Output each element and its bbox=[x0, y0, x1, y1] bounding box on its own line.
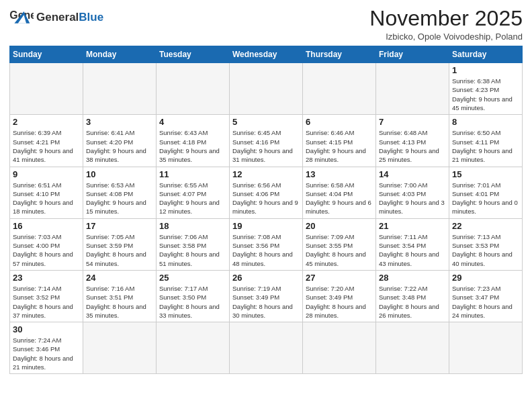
day-info: Sunrise: 6:55 AMSunset: 4:07 PMDaylight:… bbox=[159, 181, 226, 216]
day-number: 5 bbox=[232, 117, 300, 127]
day-number: 29 bbox=[452, 273, 519, 283]
day-info: Sunrise: 7:03 AMSunset: 4:00 PMDaylight:… bbox=[13, 232, 80, 268]
col-friday: Friday bbox=[376, 46, 449, 63]
day-info: Sunrise: 7:19 AMSunset: 3:49 PMDaylight:… bbox=[232, 284, 300, 320]
day-number: 12 bbox=[232, 169, 300, 179]
day-number: 23 bbox=[13, 273, 80, 283]
table-row: 29Sunrise: 7:23 AMSunset: 3:47 PMDayligh… bbox=[449, 270, 523, 322]
day-number: 19 bbox=[232, 221, 300, 231]
table-row: 30Sunrise: 7:24 AMSunset: 3:46 PMDayligh… bbox=[10, 322, 83, 374]
day-number: 24 bbox=[86, 273, 153, 283]
page: General GeneralBlue November 2025 Izbick… bbox=[0, 0, 532, 381]
day-info: Sunrise: 6:48 AMSunset: 4:13 PMDaylight:… bbox=[379, 128, 446, 164]
table-row: 28Sunrise: 7:22 AMSunset: 3:48 PMDayligh… bbox=[376, 270, 449, 322]
table-row: 27Sunrise: 7:20 AMSunset: 3:49 PMDayligh… bbox=[303, 270, 376, 322]
calendar: Sunday Monday Tuesday Wednesday Thursday… bbox=[9, 46, 523, 374]
calendar-week-row: 2Sunrise: 6:39 AMSunset: 4:21 PMDaylight… bbox=[10, 115, 523, 167]
day-number: 2 bbox=[13, 117, 80, 127]
day-number: 16 bbox=[13, 221, 80, 231]
table-row: 18Sunrise: 7:06 AMSunset: 3:58 PMDayligh… bbox=[157, 218, 230, 270]
day-info: Sunrise: 6:41 AMSunset: 4:20 PMDaylight:… bbox=[86, 128, 153, 164]
col-monday: Monday bbox=[83, 46, 157, 63]
calendar-week-row: 1Sunrise: 6:38 AMSunset: 4:23 PMDaylight… bbox=[10, 63, 523, 115]
day-number: 26 bbox=[232, 273, 300, 283]
day-info: Sunrise: 7:17 AMSunset: 3:50 PMDaylight:… bbox=[159, 284, 226, 320]
calendar-header-row: Sunday Monday Tuesday Wednesday Thursday… bbox=[10, 46, 523, 63]
day-number: 21 bbox=[379, 221, 446, 231]
day-number: 14 bbox=[379, 169, 446, 179]
day-number: 7 bbox=[379, 117, 446, 127]
day-number: 9 bbox=[13, 169, 80, 179]
day-info: Sunrise: 7:22 AMSunset: 3:48 PMDaylight:… bbox=[379, 284, 446, 320]
table-row: 16Sunrise: 7:03 AMSunset: 4:00 PMDayligh… bbox=[10, 218, 83, 270]
table-row bbox=[157, 63, 230, 115]
col-thursday: Thursday bbox=[303, 46, 376, 63]
day-number: 25 bbox=[159, 273, 226, 283]
logo-icon: General bbox=[9, 7, 34, 27]
table-row: 5Sunrise: 6:45 AMSunset: 4:16 PMDaylight… bbox=[230, 115, 303, 167]
day-info: Sunrise: 7:05 AMSunset: 3:59 PMDaylight:… bbox=[86, 232, 153, 268]
table-row: 6Sunrise: 6:46 AMSunset: 4:15 PMDaylight… bbox=[303, 115, 376, 167]
subtitle: Izbicko, Opole Voivodeship, Poland bbox=[369, 32, 523, 42]
day-info: Sunrise: 6:43 AMSunset: 4:18 PMDaylight:… bbox=[159, 128, 226, 164]
day-info: Sunrise: 6:39 AMSunset: 4:21 PMDaylight:… bbox=[13, 128, 80, 164]
day-info: Sunrise: 6:58 AMSunset: 4:04 PMDaylight:… bbox=[306, 181, 373, 216]
table-row bbox=[449, 322, 523, 374]
table-row: 7Sunrise: 6:48 AMSunset: 4:13 PMDaylight… bbox=[376, 115, 449, 167]
col-tuesday: Tuesday bbox=[157, 46, 230, 63]
day-number: 27 bbox=[306, 273, 373, 283]
table-row bbox=[303, 63, 376, 115]
table-row: 23Sunrise: 7:14 AMSunset: 3:52 PMDayligh… bbox=[10, 270, 83, 322]
day-info: Sunrise: 7:09 AMSunset: 3:55 PMDaylight:… bbox=[306, 232, 373, 268]
day-number: 1 bbox=[452, 65, 519, 75]
table-row: 8Sunrise: 6:50 AMSunset: 4:11 PMDaylight… bbox=[449, 115, 523, 167]
calendar-week-row: 30Sunrise: 7:24 AMSunset: 3:46 PMDayligh… bbox=[10, 322, 523, 374]
day-info: Sunrise: 7:24 AMSunset: 3:46 PMDaylight:… bbox=[13, 336, 80, 371]
table-row: 10Sunrise: 6:53 AMSunset: 4:08 PMDayligh… bbox=[83, 167, 157, 218]
logo: General GeneralBlue bbox=[9, 7, 103, 27]
day-number: 17 bbox=[86, 221, 153, 231]
day-info: Sunrise: 7:13 AMSunset: 3:53 PMDaylight:… bbox=[452, 232, 519, 268]
day-info: Sunrise: 6:38 AMSunset: 4:23 PMDaylight:… bbox=[452, 77, 519, 112]
day-info: Sunrise: 7:00 AMSunset: 4:03 PMDaylight:… bbox=[379, 181, 446, 216]
table-row: 9Sunrise: 6:51 AMSunset: 4:10 PMDaylight… bbox=[10, 167, 83, 218]
table-row bbox=[10, 63, 83, 115]
table-row: 12Sunrise: 6:56 AMSunset: 4:06 PMDayligh… bbox=[230, 167, 303, 218]
day-number: 3 bbox=[86, 117, 153, 127]
day-info: Sunrise: 7:08 AMSunset: 3:56 PMDaylight:… bbox=[232, 232, 300, 268]
table-row bbox=[83, 322, 157, 374]
logo-text: GeneralBlue bbox=[36, 11, 103, 23]
day-number: 8 bbox=[452, 117, 519, 127]
calendar-week-row: 23Sunrise: 7:14 AMSunset: 3:52 PMDayligh… bbox=[10, 270, 523, 322]
col-saturday: Saturday bbox=[449, 46, 523, 63]
day-info: Sunrise: 7:01 AMSunset: 4:01 PMDaylight:… bbox=[452, 181, 519, 216]
table-row bbox=[83, 63, 157, 115]
day-info: Sunrise: 6:45 AMSunset: 4:16 PMDaylight:… bbox=[232, 128, 300, 164]
col-wednesday: Wednesday bbox=[230, 46, 303, 63]
table-row: 24Sunrise: 7:16 AMSunset: 3:51 PMDayligh… bbox=[83, 270, 157, 322]
table-row bbox=[376, 322, 449, 374]
table-row bbox=[230, 63, 303, 115]
day-number: 13 bbox=[306, 169, 373, 179]
day-number: 6 bbox=[306, 117, 373, 127]
day-info: Sunrise: 7:06 AMSunset: 3:58 PMDaylight:… bbox=[159, 232, 226, 268]
day-number: 18 bbox=[159, 221, 226, 231]
day-number: 10 bbox=[86, 169, 153, 179]
title-block: November 2025 Izbicko, Opole Voivodeship… bbox=[369, 7, 523, 42]
table-row: 13Sunrise: 6:58 AMSunset: 4:04 PMDayligh… bbox=[303, 167, 376, 218]
table-row: 14Sunrise: 7:00 AMSunset: 4:03 PMDayligh… bbox=[376, 167, 449, 218]
table-row: 22Sunrise: 7:13 AMSunset: 3:53 PMDayligh… bbox=[449, 218, 523, 270]
table-row: 17Sunrise: 7:05 AMSunset: 3:59 PMDayligh… bbox=[83, 218, 157, 270]
table-row bbox=[376, 63, 449, 115]
table-row: 1Sunrise: 6:38 AMSunset: 4:23 PMDaylight… bbox=[449, 63, 523, 115]
day-number: 4 bbox=[159, 117, 226, 127]
table-row: 19Sunrise: 7:08 AMSunset: 3:56 PMDayligh… bbox=[230, 218, 303, 270]
month-title: November 2025 bbox=[369, 7, 523, 30]
table-row: 4Sunrise: 6:43 AMSunset: 4:18 PMDaylight… bbox=[157, 115, 230, 167]
day-number: 15 bbox=[452, 169, 519, 179]
table-row: 15Sunrise: 7:01 AMSunset: 4:01 PMDayligh… bbox=[449, 167, 523, 218]
table-row: 11Sunrise: 6:55 AMSunset: 4:07 PMDayligh… bbox=[157, 167, 230, 218]
day-info: Sunrise: 6:46 AMSunset: 4:15 PMDaylight:… bbox=[306, 128, 373, 164]
day-info: Sunrise: 7:11 AMSunset: 3:54 PMDaylight:… bbox=[379, 232, 446, 268]
day-info: Sunrise: 7:14 AMSunset: 3:52 PMDaylight:… bbox=[13, 284, 80, 320]
